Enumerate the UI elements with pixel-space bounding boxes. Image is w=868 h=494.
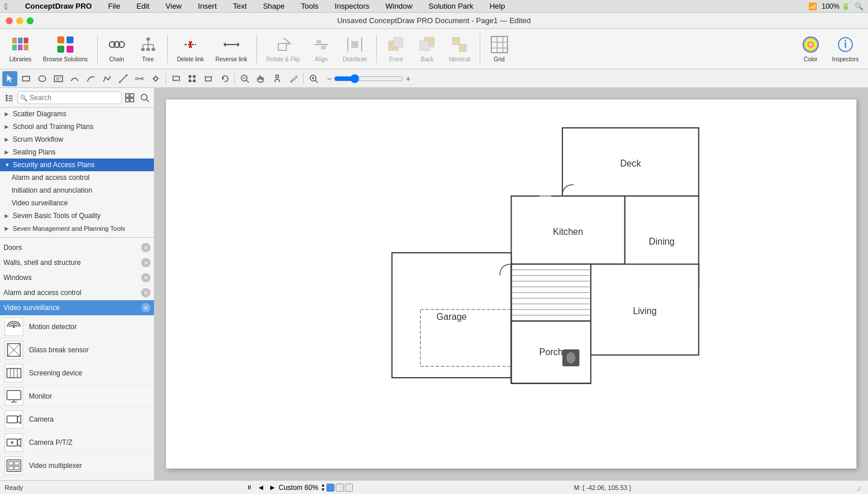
canvas-document[interactable]: Deck Kitchen Dining Living Garage Porch [166, 99, 856, 469]
line-tool[interactable] [116, 71, 131, 86]
page-dot-1[interactable] [326, 484, 334, 492]
reverse-link-button[interactable]: Reverse link [211, 33, 252, 65]
delete-link-button[interactable]: Delete link [172, 33, 209, 65]
cat-doors[interactable]: Doors ✕ [0, 240, 154, 255]
inspectors-button[interactable]: Inspectors [827, 33, 863, 65]
page-dot-3[interactable] [345, 484, 353, 492]
sidebar-list-view-button[interactable] [2, 91, 16, 105]
sidebar-item-security[interactable]: ▼ Security and Access Plans [0, 158, 154, 171]
tree-button[interactable]: Tree [134, 33, 163, 65]
sidebar-item-school[interactable]: ▶ School and Training Plans [0, 120, 154, 133]
grid-view-button[interactable] [123, 91, 137, 105]
cat-video-surveillance[interactable]: Video surveillance ✕ [0, 300, 154, 315]
remove-windows-button[interactable]: ✕ [141, 273, 150, 282]
shape-monitor[interactable]: Monitor [0, 385, 154, 408]
menu-window[interactable]: Window [382, 1, 415, 12]
canvas-area[interactable]: Deck Kitchen Dining Living Garage Porch [155, 88, 868, 480]
shape-motion-detector[interactable]: Motion detector [0, 315, 154, 338]
sidebar-item-alarm[interactable]: Alarm and access control [0, 171, 154, 184]
zoom-arrows[interactable]: ▲ ▼ [321, 483, 325, 492]
remove-alarm-button[interactable]: ✕ [141, 288, 150, 297]
search-input[interactable] [17, 91, 122, 104]
menu-help[interactable]: Help [486, 1, 509, 12]
search-button[interactable] [138, 91, 152, 105]
remove-video-button[interactable]: ✕ [141, 303, 150, 312]
menu-shape[interactable]: Shape [259, 1, 288, 12]
remove-walls-button[interactable]: ✕ [141, 258, 150, 267]
menu-tools[interactable]: Tools [297, 1, 322, 12]
browse-solutions-button[interactable]: Browse Solutions [38, 33, 92, 65]
text-box-tool[interactable] [51, 71, 66, 86]
svg-rect-2 [24, 38, 28, 43]
shape-multiplexer[interactable]: Video multiplexer [0, 454, 154, 477]
person-tool[interactable] [270, 71, 285, 86]
traffic-lights[interactable] [6, 17, 34, 24]
rect-tool[interactable] [19, 71, 34, 86]
resize-tool[interactable] [201, 71, 216, 86]
menu-edit[interactable]: Edit [133, 1, 153, 12]
back-button[interactable]: Back [413, 33, 442, 65]
next-page-button[interactable]: ▶ [267, 482, 278, 493]
sidebar-item-video[interactable]: Video surveillance [0, 197, 154, 209]
close-button[interactable] [6, 17, 13, 24]
align-button[interactable]: Align [307, 33, 336, 65]
page-dot-2[interactable] [336, 484, 344, 492]
svg-rect-121 [14, 462, 19, 465]
cat-alarm-access[interactable]: Alarm and access control ✕ [0, 285, 154, 300]
menu-view[interactable]: View [162, 1, 185, 12]
front-button[interactable]: Front [381, 33, 410, 65]
sidebar-item-scatter[interactable]: ▶ Scatter Diagrams [0, 108, 154, 120]
select-tool[interactable] [2, 71, 17, 86]
crop-tool[interactable] [168, 71, 183, 86]
svg-rect-114 [7, 416, 17, 423]
menu-insert[interactable]: Insert [194, 1, 220, 12]
menu-text[interactable]: Text [230, 1, 251, 12]
menu-inspectors[interactable]: Inspectors [331, 1, 373, 12]
menu-solution[interactable]: Solution Park [425, 1, 477, 12]
zoom-slider[interactable] [334, 74, 403, 83]
edit-nodes-tool[interactable] [185, 71, 200, 86]
color-button[interactable]: Color [796, 33, 825, 65]
minimize-button[interactable] [16, 17, 23, 24]
sidebar-item-seven-mgmt[interactable]: ▶ Seven Management and Planning Tools [0, 222, 154, 235]
zoom-down-arrow[interactable]: ▼ [321, 488, 325, 492]
grid-button[interactable]: Grid [485, 33, 514, 65]
zoom-minus[interactable]: − [327, 74, 332, 83]
menu-file[interactable]: File [105, 1, 124, 12]
sidebar-item-seven-basic[interactable]: ▶ Seven Basic Tools of Quality [0, 209, 154, 222]
shape-screening[interactable]: Screening device [0, 362, 154, 385]
connector-tool[interactable] [132, 71, 147, 86]
shape-camera[interactable]: Camera [0, 408, 154, 431]
grid-label: Grid [494, 56, 505, 62]
rotate-flip-button[interactable]: Rotate & Flip [262, 33, 304, 65]
polyline-tool[interactable] [100, 71, 115, 86]
arc-tool[interactable] [83, 71, 98, 86]
menu-app[interactable]: ConceptDraw PRO [21, 1, 95, 12]
sidebar-item-seating[interactable]: ▶ Seating Plans [0, 146, 154, 158]
apple-logo[interactable]:  [5, 2, 8, 11]
rotate-tool[interactable] [217, 71, 232, 86]
pan-tool[interactable] [253, 71, 269, 86]
shape-glass-break[interactable]: Glass break sensor [0, 338, 154, 362]
shape-camera-ptz[interactable]: Camera P/T/Z [0, 431, 154, 454]
pause-button[interactable]: ⏸ [244, 482, 255, 493]
zoom-plus[interactable]: + [406, 74, 410, 83]
libraries-button[interactable]: Libraries [5, 33, 36, 65]
zoom-out-button[interactable] [237, 71, 252, 86]
identical-button[interactable]: Identical [444, 33, 475, 65]
pen-tool[interactable] [286, 71, 301, 86]
remove-doors-button[interactable]: ✕ [141, 243, 150, 252]
sidebar-item-initiation[interactable]: Initiation and annunciation [0, 184, 154, 197]
cat-walls[interactable]: Walls, shell and structure ✕ [0, 255, 154, 270]
ellipse-tool[interactable] [35, 71, 50, 86]
prev-page-button[interactable]: ◀ [256, 482, 266, 493]
connection-point-tool[interactable] [148, 71, 163, 86]
chain-button[interactable]: Chain [102, 33, 131, 65]
sidebar-item-scrum[interactable]: ▶ Scrum Workflow [0, 133, 154, 146]
distribute-button[interactable]: Distribute [338, 33, 372, 65]
zoom-rubber-tool[interactable] [306, 71, 321, 86]
curve-tool[interactable] [67, 71, 82, 86]
cat-windows[interactable]: Windows ✕ [0, 270, 154, 285]
shape-thumb [5, 433, 23, 452]
maximize-button[interactable] [27, 17, 34, 24]
